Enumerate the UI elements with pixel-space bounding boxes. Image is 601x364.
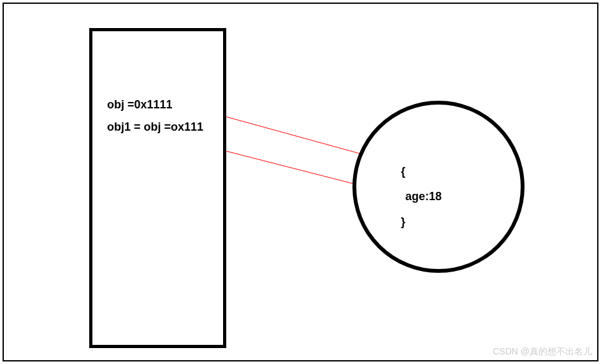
watermark-text: CSDN @真的想不出名儿 [493,346,592,358]
heap-circle [352,101,525,273]
object-brace-close: } [401,215,405,229]
stack-rectangle [89,28,226,348]
object-brace-open: { [401,165,405,178]
obj1-assignment-text: obj1 = obj =ox111 [107,120,203,134]
diagram-frame: obj =0x1111 obj1 = obj =ox111 { age:18 } [3,3,598,361]
obj-assignment-text: obj =0x1111 [107,98,173,112]
object-property-age: age:18 [405,190,442,203]
